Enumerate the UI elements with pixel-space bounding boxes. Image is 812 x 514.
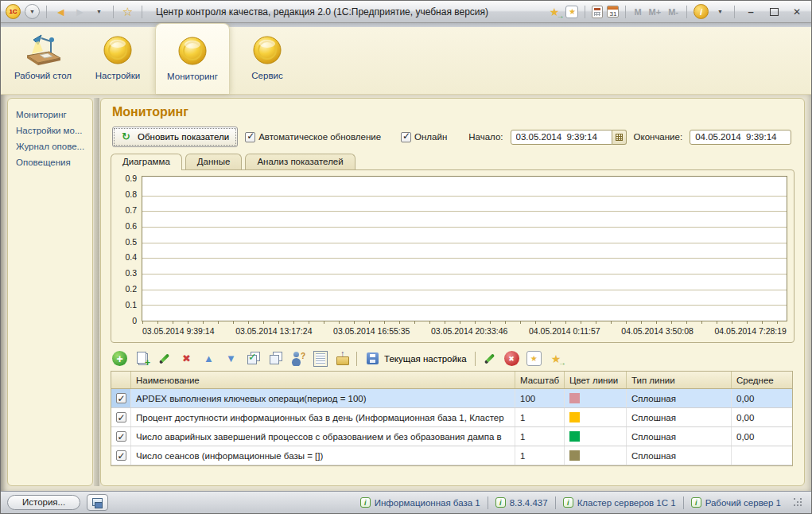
section-label: Настройки [95, 71, 140, 81]
edit-icon[interactable] [157, 351, 172, 366]
copy-icon[interactable] [134, 351, 150, 366]
row-checkbox[interactable] [116, 393, 126, 403]
table-row-2[interactable]: Процент доступности информационных баз в… [111, 408, 792, 427]
section-bar: Рабочий столНастройкиМониторингСервис [1, 27, 811, 95]
calculator-icon[interactable] [592, 6, 603, 18]
move-down-icon[interactable] [223, 351, 239, 366]
indicators-table: НаименованиеМасштабЦвет линииТип линииСр… [111, 371, 793, 466]
column-header-3[interactable]: Тип линии [627, 372, 732, 388]
user-question-icon[interactable] [290, 351, 305, 366]
forward-icon[interactable] [72, 4, 87, 19]
favorites-list-icon[interactable] [565, 6, 578, 18]
toolbar-separator-2 [475, 352, 476, 366]
table-row-3[interactable]: Число аварийных завершений процессов с о… [111, 427, 792, 446]
table-row-1[interactable]: APDEX выполнения ключевых операци(период… [111, 389, 792, 408]
section-monitoring[interactable]: Мониторинг [155, 23, 230, 94]
status-items: Информационная база 18.3.4.437Кластер се… [360, 496, 781, 509]
tab-data[interactable]: Данные [185, 154, 243, 169]
cell-line-type: Сплошная [627, 389, 732, 407]
main-panel: Мониторинг Обновить показатели Автоматич… [100, 98, 805, 486]
sidebar-splitter[interactable] [94, 98, 99, 486]
online-checkbox-box[interactable] [401, 132, 411, 142]
back-icon[interactable] [53, 4, 68, 19]
auto-update-checkbox[interactable]: Автоматическое обновление [245, 132, 381, 142]
close-button[interactable] [787, 5, 806, 18]
column-header-1[interactable]: Масштаб [515, 372, 565, 388]
column-header-0[interactable]: Наименование [131, 372, 515, 388]
calendar-icon[interactable] [607, 6, 619, 18]
add-to-favorites-icon[interactable] [549, 351, 564, 366]
titlebar-separator [734, 6, 735, 18]
refresh-button[interactable]: Обновить показатели [112, 127, 238, 147]
row-checkbox[interactable] [116, 412, 126, 422]
uncheck-all-icon[interactable] [268, 351, 283, 366]
start-date-calendar-button[interactable] [612, 130, 627, 145]
move-up-icon[interactable] [201, 351, 216, 366]
table-body: APDEX выполнения ключевых операци(период… [111, 389, 792, 465]
tab-diagram[interactable]: Диаграмма [111, 154, 182, 170]
cell-scale: 1 [515, 446, 565, 465]
start-date-input[interactable] [511, 130, 612, 145]
section-service[interactable]: Сервис [230, 27, 305, 94]
app-logo-1c[interactable] [6, 4, 21, 19]
status-item-4[interactable]: Рабочий сервер 1 [691, 497, 781, 508]
chart-y-axis: 0.90.80.70.60.50.40.30.20.10 [116, 179, 140, 321]
maximize-button[interactable] [764, 5, 783, 18]
check-all-icon[interactable] [246, 351, 261, 366]
status-item-2[interactable]: 8.3.4.437 [495, 497, 548, 508]
status-item-3[interactable]: Кластер серверов 1С 1 [563, 497, 676, 508]
row-checkbox[interactable] [116, 450, 126, 461]
column-header-2[interactable]: Цвет линии [565, 372, 627, 388]
sidebar-item-notification-log[interactable]: Журнал опове... [16, 142, 89, 151]
memory-button-2[interactable]: M+ [647, 7, 663, 17]
x-tick-label: 03.05.2014 9:39:14 [142, 326, 215, 338]
auto-update-checkbox-box[interactable] [245, 132, 255, 142]
table-row-4[interactable]: Число сеансов (информационные базы = [])… [111, 446, 792, 465]
cell-scale: 1 [515, 427, 565, 446]
history-caret-icon[interactable] [91, 4, 107, 19]
info-icon[interactable] [694, 4, 709, 19]
online-checkbox[interactable]: Онлайн [401, 132, 447, 142]
tab-analysis[interactable]: Анализ показателей [245, 154, 355, 169]
column-header-4[interactable]: Среднее [732, 372, 792, 388]
edit2-icon[interactable] [482, 351, 497, 366]
folder-up-icon[interactable] [335, 351, 350, 366]
cell-average [732, 446, 792, 465]
favorites-star-icon[interactable] [120, 4, 135, 19]
delete-icon[interactable] [179, 351, 194, 366]
info-caret-icon[interactable] [713, 4, 728, 19]
info-badge-icon [495, 497, 506, 508]
resize-grip[interactable] [794, 498, 803, 508]
gridline [142, 211, 787, 212]
sidebar-item-monitor-settings[interactable]: Настройки мо... [16, 126, 89, 135]
chart-grid [142, 180, 787, 321]
diagram-tab-panel: 0.90.80.70.60.50.40.30.20.10 03.05.2014 … [111, 169, 795, 343]
main-menu-icon[interactable] [25, 4, 40, 19]
history-button[interactable]: История... [7, 495, 80, 510]
monitor-button[interactable] [87, 494, 108, 511]
cell-name: APDEX выполнения ключевых операци(период… [131, 389, 515, 407]
list-icon[interactable] [313, 351, 328, 366]
favorites-list-icon[interactable] [526, 351, 542, 366]
info-badge-icon [563, 497, 573, 508]
minimize-button[interactable] [741, 5, 760, 18]
cancel-icon[interactable] [504, 351, 519, 366]
titlebar-separator [142, 6, 142, 18]
memory-button-3[interactable]: M- [666, 7, 680, 17]
section-settings[interactable]: Настройки [80, 27, 155, 94]
end-date-input[interactable] [690, 130, 791, 145]
cell-average: 0,00 [732, 427, 792, 446]
x-tick-label: 04.05.2014 0:11:57 [529, 326, 600, 338]
cell-scale: 1 [515, 408, 565, 426]
sidebar-item-monitoring[interactable]: Мониторинг [16, 110, 89, 119]
add-icon[interactable] [112, 351, 127, 366]
desk-icon [22, 33, 64, 67]
current-setting-button[interactable]: Текущая настройка [363, 350, 468, 367]
section-desktop[interactable]: Рабочий стол [6, 27, 80, 94]
add-to-favorites-icon[interactable] [546, 4, 561, 19]
status-item-1[interactable]: Информационная база 1 [360, 497, 480, 508]
sidebar-item-notifications[interactable]: Оповещения [16, 158, 89, 167]
row-checkbox[interactable] [116, 431, 126, 442]
end-date-field [690, 130, 791, 145]
memory-button-1[interactable]: M [632, 7, 643, 17]
